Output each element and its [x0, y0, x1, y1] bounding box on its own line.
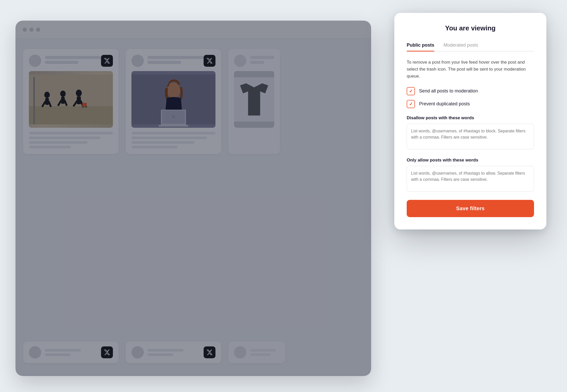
send-all-checkmark: ✓ — [409, 88, 413, 94]
prevent-dup-checkbox-row: ✓ Prevent duplicated posts — [407, 100, 534, 108]
send-all-label: Send all posts to moderation — [419, 88, 478, 94]
modal-panel: You are viewing Public posts Moderated p… — [394, 13, 546, 229]
save-filters-button[interactable]: Save filters — [407, 200, 534, 217]
allow-textarea[interactable] — [407, 166, 534, 192]
prevent-dup-label: Prevent duplicated posts — [419, 101, 470, 107]
modal-overlay — [15, 21, 371, 376]
modal-title: You are viewing — [407, 24, 534, 32]
disallow-section: Disallow posts with these words — [407, 115, 534, 150]
send-all-checkbox-row: ✓ Send all posts to moderation — [407, 87, 534, 95]
prevent-dup-checkbox[interactable]: ✓ — [407, 100, 415, 108]
disallow-textarea[interactable] — [407, 124, 534, 149]
prevent-dup-checkmark: ✓ — [409, 101, 413, 107]
disallow-label: Disallow posts with these words — [407, 115, 534, 121]
allow-label: Only allow posts with these words — [407, 158, 534, 163]
tab-public-posts[interactable]: Public posts — [407, 39, 434, 51]
tabs-container: Public posts Moderated posts — [407, 39, 534, 52]
modal-description: To remove a post from your live feed hov… — [407, 59, 534, 80]
browser-window — [15, 21, 371, 376]
send-all-checkbox[interactable]: ✓ — [407, 87, 415, 95]
tab-moderated-posts[interactable]: Moderated posts — [444, 39, 478, 51]
allow-section: Only allow posts with these words — [407, 158, 534, 193]
